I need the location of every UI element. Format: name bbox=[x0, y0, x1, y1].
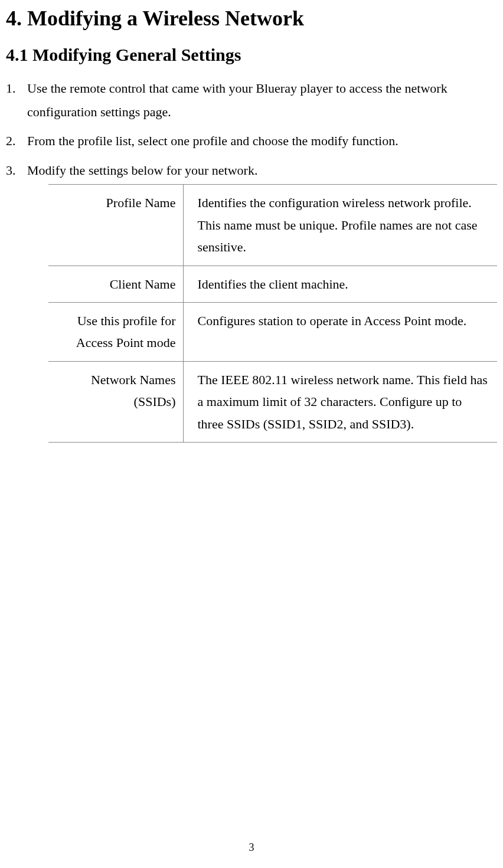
table-row: Use this profile for Access Point mode C… bbox=[48, 302, 497, 361]
setting-description: Identifies the configuration wireless ne… bbox=[183, 185, 497, 266]
step-text: Modify the settings below for your netwo… bbox=[27, 163, 257, 178]
setting-label: Use this profile for Access Point mode bbox=[48, 302, 183, 361]
table-row: Client Name Identifies the client machin… bbox=[48, 266, 497, 302]
setting-label: Profile Name bbox=[48, 185, 183, 266]
page-number: 3 bbox=[0, 841, 503, 854]
setting-description: Identifies the client machine. bbox=[183, 266, 497, 302]
settings-table: Profile Name Identifies the configuratio… bbox=[48, 184, 497, 443]
setting-label: Client Name bbox=[48, 266, 183, 302]
step-item: Use the remote control that came with yo… bbox=[6, 77, 497, 123]
step-item: From the profile list, select one profil… bbox=[6, 129, 497, 153]
setting-description: Configures station to operate in Access … bbox=[183, 302, 497, 361]
step-item: Modify the settings below for your netwo… bbox=[6, 159, 497, 443]
table-row: Profile Name Identifies the configuratio… bbox=[48, 185, 497, 266]
steps-list: Use the remote control that came with yo… bbox=[6, 77, 497, 443]
subsection-heading: 4.1 Modifying General Settings bbox=[6, 45, 497, 65]
setting-label: Network Names (SSIDs) bbox=[48, 361, 183, 442]
setting-description: The IEEE 802.11 wireless network name. T… bbox=[183, 361, 497, 442]
section-heading: 4. Modifying a Wireless Network bbox=[6, 6, 497, 31]
table-row: Network Names (SSIDs) The IEEE 802.11 wi… bbox=[48, 361, 497, 442]
